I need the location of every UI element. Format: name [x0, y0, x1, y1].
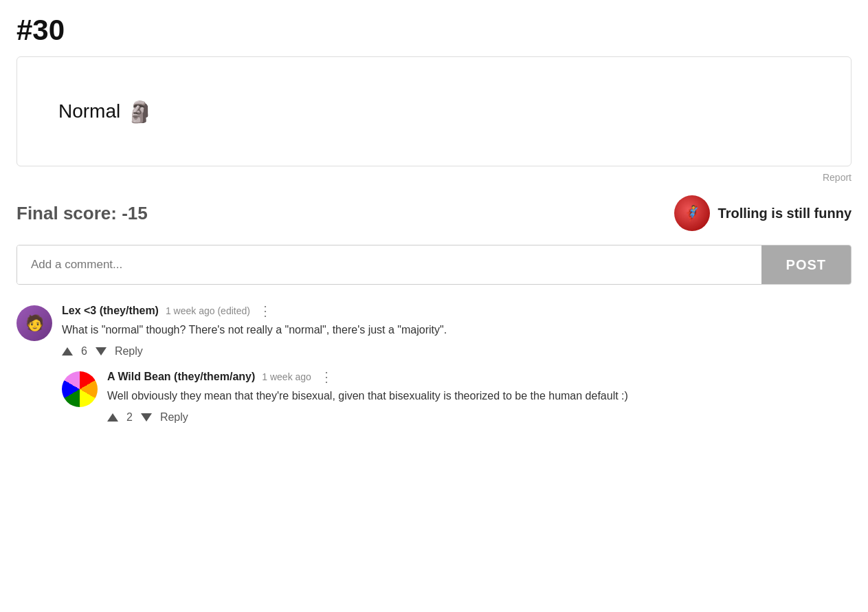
vote-count: 6: [81, 345, 87, 358]
comment-time: 1 week ago (edited): [166, 305, 250, 316]
tag-avatar-image: 🦸: [674, 195, 710, 231]
comment-header: A Wild Bean (they/them/any) 1 week ago ⋮: [107, 370, 852, 384]
more-options-icon[interactable]: ⋮: [258, 304, 272, 318]
final-score-label: Final score:: [16, 203, 117, 223]
vote-count: 2: [126, 411, 133, 424]
comment-body: Lex <3 (they/them) 1 week ago (edited) ⋮…: [62, 304, 852, 358]
comment-text: Well obviously they mean that they're bi…: [107, 388, 852, 404]
comment-header: Lex <3 (they/them) 1 week ago (edited) ⋮: [62, 304, 852, 318]
comment: 🧑 Lex <3 (they/them) 1 week ago (edited)…: [16, 304, 852, 358]
final-score-value: -15: [122, 203, 148, 223]
nested-comment-container: A Wild Bean (they/them/any) 1 week ago ⋮…: [62, 370, 852, 436]
comment-username: A Wild Bean (they/them/any): [107, 371, 255, 383]
final-score: Final score: -15: [16, 203, 148, 224]
post-card: Normal 🗿: [16, 56, 852, 166]
comment-actions: 6 Reply: [62, 345, 852, 358]
comment-input-row: POST: [16, 245, 852, 285]
post-text: Normal: [58, 100, 120, 122]
comment-username: Lex <3 (they/them): [62, 305, 159, 317]
avatar: [62, 371, 98, 407]
avatar: 🧑: [16, 305, 52, 341]
post-button[interactable]: POST: [761, 245, 851, 284]
comment: A Wild Bean (they/them/any) 1 week ago ⋮…: [62, 370, 852, 424]
downvote-icon: [96, 347, 107, 356]
tag-label: Trolling is still funny: [718, 206, 852, 221]
upvote-button[interactable]: [62, 347, 73, 356]
post-number: #30: [16, 14, 852, 47]
reply-button[interactable]: Reply: [115, 345, 143, 358]
avatar-image: 🧑: [16, 305, 52, 341]
tag-avatar: 🦸: [674, 195, 710, 231]
comment-actions: 2 Reply: [107, 411, 852, 424]
downvote-icon: [141, 413, 152, 422]
report-link[interactable]: Report: [823, 172, 852, 183]
avatar-image: [62, 371, 98, 407]
comment-text: What is "normal" though? There's not rea…: [62, 322, 852, 338]
downvote-button[interactable]: [96, 347, 107, 356]
upvote-icon: [107, 413, 118, 422]
tag-badge: 🦸 Trolling is still funny: [674, 195, 852, 231]
comment-time: 1 week ago: [262, 371, 311, 382]
post-emoji: 🗿: [127, 100, 153, 124]
more-options-icon[interactable]: ⋮: [320, 370, 333, 384]
post-content: Normal 🗿: [58, 100, 153, 124]
comment-section: 🧑 Lex <3 (they/them) 1 week ago (edited)…: [16, 304, 852, 436]
score-row: Final score: -15 🦸 Trolling is still fun…: [16, 195, 852, 231]
downvote-button[interactable]: [141, 413, 152, 422]
upvote-button[interactable]: [107, 413, 118, 422]
reply-button[interactable]: Reply: [160, 411, 188, 424]
upvote-icon: [62, 347, 73, 356]
comment-input[interactable]: [17, 245, 761, 284]
comment-body: A Wild Bean (they/them/any) 1 week ago ⋮…: [107, 370, 852, 424]
report-row: Report: [16, 172, 852, 183]
